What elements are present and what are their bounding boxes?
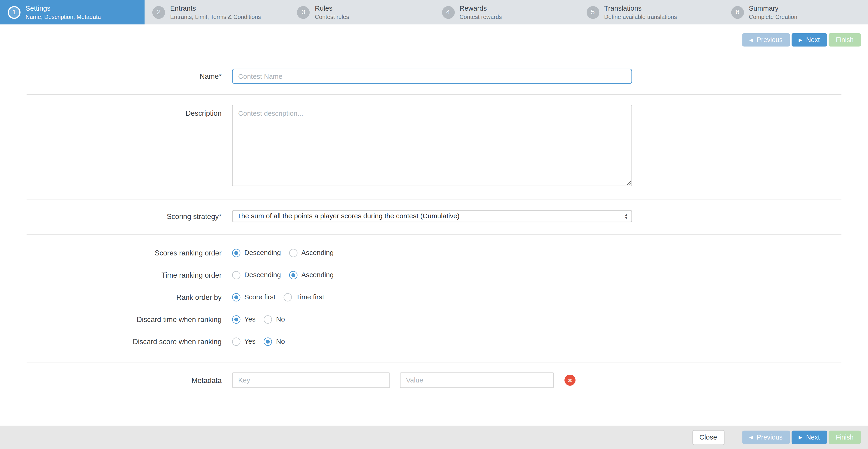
- radio-option-yes[interactable]: Yes: [232, 315, 255, 323]
- radio-option-score-first[interactable]: Score first: [232, 293, 275, 301]
- step-subtitle: Contest rewards: [459, 13, 502, 20]
- radio-option-yes[interactable]: Yes: [232, 337, 255, 346]
- next-arrow-icon: ▶: [799, 38, 802, 42]
- step-title: Translations: [604, 5, 677, 12]
- discard-score-label: Discard score when ranking: [0, 337, 222, 346]
- radio-option-ascending[interactable]: Ascending: [289, 248, 334, 257]
- scores-ranking-order-label: Scores ranking order: [0, 248, 222, 257]
- discard-time-row: Discard time when ranking Yes No: [0, 308, 868, 330]
- step-subtitle: Define available translations: [604, 13, 677, 20]
- time-ranking-order-row: Time ranking order Descending Ascending: [0, 264, 868, 286]
- delete-x-icon: ✕: [568, 377, 572, 383]
- step-title: Summary: [749, 5, 797, 12]
- step-1-badge: 1: [8, 6, 21, 19]
- step-translations[interactable]: 5 Translations Define available translat…: [579, 0, 723, 25]
- step-subtitle: Entrants, Limit, Terms & Conditions: [170, 13, 261, 20]
- ranking-options-section: Scores ranking order Descending Ascendin…: [0, 242, 868, 353]
- metadata-key-input[interactable]: [232, 372, 390, 388]
- top-nav-toolbar: ◀ Previous ▶ Next Finish: [0, 25, 868, 47]
- previous-arrow-icon: ◀: [749, 435, 753, 440]
- scoring-strategy-select[interactable]: The sum of all the points a player score…: [232, 210, 632, 222]
- description-row: Description: [0, 105, 868, 188]
- separator: [27, 234, 841, 235]
- metadata-row: Metadata ✕: [0, 372, 868, 388]
- time-ranking-order-label: Time ranking order: [0, 271, 222, 279]
- next-button-footer[interactable]: ▶ Next: [792, 430, 827, 444]
- step-5-badge: 5: [586, 6, 599, 19]
- previous-button-footer[interactable]: ◀ Previous: [742, 430, 790, 444]
- rank-order-by-label: Rank order by: [0, 293, 222, 301]
- radio-button[interactable]: [232, 337, 240, 346]
- radio-option-descending[interactable]: Descending: [232, 248, 281, 257]
- name-row: Name*: [0, 69, 868, 84]
- radio-button[interactable]: [284, 293, 292, 301]
- step-rules[interactable]: 3 Rules Contest rules: [289, 0, 434, 25]
- step-4-badge: 4: [442, 6, 455, 19]
- step-settings[interactable]: 1 Settings Name, Description, Metadata: [0, 0, 145, 25]
- finish-button[interactable]: Finish: [829, 33, 861, 47]
- radio-button[interactable]: [289, 248, 298, 257]
- radio-option-no[interactable]: No: [264, 337, 285, 346]
- radio-button[interactable]: [264, 337, 272, 346]
- radio-option-time-first[interactable]: Time first: [284, 293, 324, 301]
- separator: [27, 94, 841, 95]
- discard-score-row: Discard score when ranking Yes No: [0, 330, 868, 353]
- name-label: Name*: [0, 72, 222, 80]
- step-title: Entrants: [170, 5, 261, 12]
- next-button[interactable]: ▶ Next: [792, 33, 827, 47]
- discard-time-label: Discard time when ranking: [0, 315, 222, 323]
- next-arrow-icon: ▶: [799, 435, 802, 440]
- metadata-value-input[interactable]: [400, 372, 554, 388]
- step-subtitle: Name, Description, Metadata: [25, 13, 101, 20]
- step-2-badge: 2: [152, 6, 165, 19]
- radio-button[interactable]: [289, 271, 298, 279]
- previous-arrow-icon: ◀: [749, 38, 753, 42]
- step-title: Settings: [25, 5, 101, 12]
- scores-ranking-order-row: Scores ranking order Descending Ascendin…: [0, 242, 868, 264]
- scoring-strategy-row: Scoring strategy* The sum of all the poi…: [0, 210, 868, 222]
- step-summary[interactable]: 6 Summary Complete Creation: [723, 0, 868, 25]
- step-title: Rules: [315, 5, 349, 12]
- step-subtitle: Contest rules: [315, 13, 349, 20]
- step-subtitle: Complete Creation: [749, 13, 797, 20]
- scoring-strategy-label: Scoring strategy*: [0, 212, 222, 220]
- radio-button[interactable]: [232, 293, 240, 301]
- radio-button[interactable]: [264, 315, 272, 323]
- step-title: Rewards: [459, 5, 502, 12]
- separator: [27, 362, 841, 362]
- step-6-badge: 6: [731, 6, 744, 19]
- radio-option-no[interactable]: No: [264, 315, 285, 323]
- footer-bar: Close ◀ Previous ▶ Next Finish: [0, 426, 868, 449]
- previous-button[interactable]: ◀ Previous: [742, 33, 790, 47]
- contest-description-textarea[interactable]: [232, 105, 632, 186]
- close-button[interactable]: Close: [692, 430, 724, 445]
- radio-button[interactable]: [232, 271, 240, 279]
- step-3-badge: 3: [297, 6, 310, 19]
- step-rewards[interactable]: 4 Rewards Contest rewards: [434, 0, 579, 25]
- description-label: Description: [0, 105, 222, 118]
- contest-creation-wizard: 1 Settings Name, Description, Metadata 2…: [0, 0, 868, 449]
- separator: [27, 200, 841, 200]
- metadata-label: Metadata: [0, 376, 222, 384]
- contest-name-input[interactable]: [232, 69, 632, 84]
- step-entrants[interactable]: 2 Entrants Entrants, Limit, Terms & Cond…: [145, 0, 289, 25]
- radio-option-ascending[interactable]: Ascending: [289, 271, 334, 279]
- rank-order-by-row: Rank order by Score first Time first: [0, 286, 868, 308]
- radio-button[interactable]: [232, 248, 240, 257]
- wizard-step-bar: 1 Settings Name, Description, Metadata 2…: [0, 0, 868, 25]
- radio-button[interactable]: [232, 315, 240, 323]
- finish-button-footer[interactable]: Finish: [829, 430, 861, 444]
- metadata-delete-button[interactable]: ✕: [564, 375, 576, 386]
- radio-option-descending[interactable]: Descending: [232, 271, 281, 279]
